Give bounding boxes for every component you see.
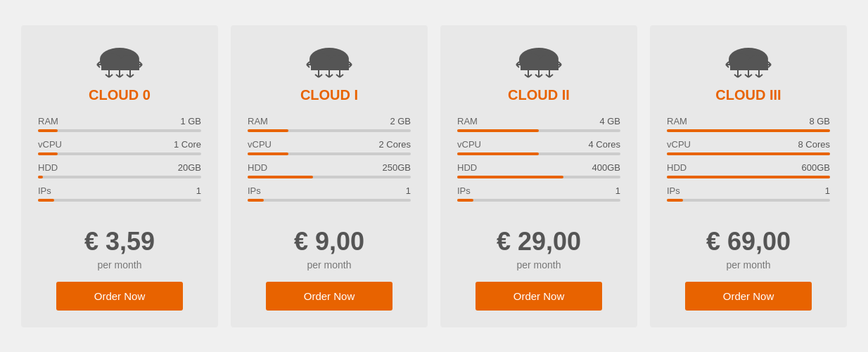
spec-value: 8 Cores bbox=[798, 139, 830, 150]
spec-bar-track bbox=[457, 152, 620, 155]
spec-row-ips: IPs1 bbox=[457, 185, 620, 202]
spec-row-vcpu: vCPU8 Cores bbox=[667, 139, 830, 155]
spec-bar-fill bbox=[248, 176, 313, 178]
spec-label: IPs bbox=[248, 185, 261, 196]
spec-label: vCPU bbox=[248, 139, 272, 150]
plan-name: CLOUD I bbox=[300, 87, 358, 103]
spec-row-ips: IPs1 bbox=[38, 185, 201, 202]
spec-bar-track bbox=[248, 152, 411, 155]
spec-label: RAM bbox=[457, 116, 478, 126]
spec-row-hdd: HDD250GB bbox=[248, 162, 411, 178]
spec-row-vcpu: vCPU1 Core bbox=[38, 139, 201, 155]
spec-row-ram: RAM2 GB bbox=[248, 116, 411, 132]
price-value: € 69,00 bbox=[706, 227, 791, 256]
card-cloud-3: CLOUD IIIRAM8 GBvCPU8 CoresHDD600GBIPs1€… bbox=[650, 25, 847, 327]
spec-bar-fill bbox=[248, 152, 288, 155]
spec-value: 1 Core bbox=[174, 139, 201, 150]
spec-bar-track bbox=[248, 176, 411, 178]
spec-bar-track bbox=[667, 129, 830, 132]
svg-rect-60 bbox=[730, 60, 768, 70]
pricing-cards: CLOUD 0RAM1 GBvCPU1 CoreHDD20GBIPs1€ 3,5… bbox=[21, 25, 847, 327]
spec-bar-track bbox=[248, 129, 411, 132]
spec-bar-fill bbox=[457, 176, 563, 178]
spec-value: 4 GB bbox=[599, 116, 620, 126]
svg-rect-41 bbox=[521, 60, 559, 70]
svg-rect-22 bbox=[311, 60, 349, 70]
spec-value: 8 GB bbox=[809, 116, 830, 126]
spec-label: vCPU bbox=[457, 139, 481, 150]
spec-label: IPs bbox=[38, 185, 51, 196]
cloud-icon bbox=[720, 39, 777, 82]
spec-bar-fill bbox=[457, 199, 473, 202]
plan-name: CLOUD III bbox=[715, 87, 781, 103]
spec-bar-track bbox=[457, 176, 620, 178]
spec-row-ram: RAM4 GB bbox=[457, 116, 620, 132]
spec-bar-track bbox=[457, 199, 620, 202]
spec-bar-fill bbox=[248, 199, 264, 202]
card-cloud-0: CLOUD 0RAM1 GBvCPU1 CoreHDD20GBIPs1€ 3,5… bbox=[21, 25, 218, 327]
spec-row-vcpu: vCPU4 Cores bbox=[457, 139, 620, 155]
spec-bar-track bbox=[667, 152, 830, 155]
spec-label: IPs bbox=[457, 185, 471, 196]
cloud-icon bbox=[91, 39, 148, 82]
spec-row-ram: RAM8 GB bbox=[667, 116, 830, 132]
spec-bar-fill bbox=[667, 176, 830, 178]
per-month-label: per month bbox=[497, 259, 581, 270]
order-now-button[interactable]: Order Now bbox=[476, 282, 602, 311]
spec-label: HDD bbox=[248, 162, 267, 173]
per-month-label: per month bbox=[84, 259, 155, 270]
price-value: € 3,59 bbox=[84, 227, 155, 256]
price-section: € 29,00per month bbox=[497, 227, 581, 270]
spec-value: 1 bbox=[406, 185, 411, 196]
spec-bar-track bbox=[667, 176, 830, 178]
price-value: € 29,00 bbox=[497, 227, 581, 256]
specs-list: RAM4 GBvCPU4 CoresHDD400GBIPs1 bbox=[457, 116, 620, 209]
spec-bar-track bbox=[667, 199, 830, 202]
spec-bar-fill bbox=[457, 129, 539, 132]
spec-bar-fill bbox=[457, 152, 539, 155]
spec-label: HDD bbox=[38, 162, 58, 173]
per-month-label: per month bbox=[706, 259, 791, 270]
spec-bar-fill bbox=[667, 152, 830, 155]
card-cloud-2: CLOUD IIRAM4 GBvCPU4 CoresHDD400GBIPs1€ … bbox=[440, 25, 637, 327]
spec-bar-fill bbox=[667, 129, 830, 132]
price-section: € 9,00per month bbox=[294, 227, 364, 270]
spec-bar-track bbox=[38, 152, 201, 155]
spec-bar-fill bbox=[38, 129, 58, 132]
spec-value: 1 bbox=[196, 185, 201, 196]
per-month-label: per month bbox=[294, 259, 364, 270]
spec-bar-track bbox=[248, 199, 411, 202]
spec-row-ips: IPs1 bbox=[248, 185, 411, 202]
spec-value: 600GB bbox=[802, 162, 830, 173]
spec-label: RAM bbox=[667, 116, 687, 126]
spec-bar-fill bbox=[248, 129, 288, 132]
spec-bar-fill bbox=[38, 199, 54, 202]
spec-row-hdd: HDD20GB bbox=[38, 162, 201, 178]
specs-list: RAM1 GBvCPU1 CoreHDD20GBIPs1 bbox=[38, 116, 201, 209]
order-now-button[interactable]: Order Now bbox=[266, 282, 392, 311]
spec-value: 1 GB bbox=[180, 116, 201, 126]
spec-label: HDD bbox=[457, 162, 477, 173]
spec-bar-track bbox=[457, 129, 620, 132]
order-now-button[interactable]: Order Now bbox=[56, 282, 183, 311]
spec-bar-fill bbox=[38, 176, 43, 178]
spec-value: 400GB bbox=[592, 162, 620, 173]
spec-label: vCPU bbox=[38, 139, 62, 150]
cloud-icon bbox=[301, 39, 357, 82]
spec-row-ips: IPs1 bbox=[667, 185, 830, 202]
spec-value: 1 bbox=[615, 185, 620, 196]
plan-name: CLOUD 0 bbox=[89, 87, 151, 103]
card-cloud-1: CLOUD IRAM2 GBvCPU2 CoresHDD250GBIPs1€ 9… bbox=[231, 25, 428, 327]
spec-row-vcpu: vCPU2 Cores bbox=[248, 139, 411, 155]
spec-row-hdd: HDD600GB bbox=[667, 162, 830, 178]
spec-bar-track bbox=[38, 199, 201, 202]
order-now-button[interactable]: Order Now bbox=[685, 282, 812, 311]
plan-name: CLOUD II bbox=[508, 87, 570, 103]
spec-value: 250GB bbox=[383, 162, 411, 173]
spec-label: vCPU bbox=[667, 139, 691, 150]
spec-row-ram: RAM1 GB bbox=[38, 116, 201, 132]
svg-rect-3 bbox=[101, 60, 139, 70]
price-value: € 9,00 bbox=[294, 227, 364, 256]
spec-bar-track bbox=[38, 176, 201, 178]
spec-label: HDD bbox=[667, 162, 687, 173]
